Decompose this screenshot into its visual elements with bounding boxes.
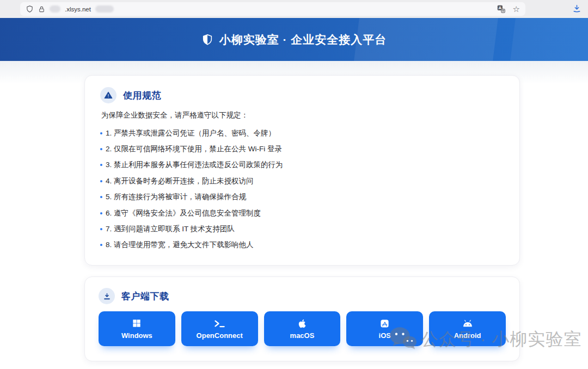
rule-item: 5. 所有连接行为将被审计，请确保操作合规 <box>100 189 504 205</box>
rule-text: 2. 仅限在可信网络环境下使用，禁止在公共 Wi-Fi 登录 <box>106 144 282 154</box>
url-text: .xlsys.net <box>65 6 91 13</box>
rule-item: 6. 遵守《网络安全法》及公司信息安全管理制度 <box>100 205 504 221</box>
android-robot-icon <box>462 318 473 329</box>
redacted-url-suffix <box>95 5 114 13</box>
warning-icon-circle <box>100 87 117 103</box>
bookmark-star-icon[interactable]: ☆ <box>513 5 520 13</box>
bullet-dot <box>100 180 102 182</box>
download-button-label: Android <box>454 331 481 340</box>
windows-logo-icon <box>132 318 141 329</box>
download-icon <box>103 292 111 300</box>
rule-text: 5. 所有连接行为将被审计，请确保操作合规 <box>106 192 246 202</box>
download-icon-circle <box>99 288 115 304</box>
rule-item: 1. 严禁共享或泄露公司凭证（用户名、密码、令牌） <box>100 125 504 141</box>
rule-item: 8. 请合理使用带宽，避免大文件下载影响他人 <box>100 237 504 253</box>
page-title: 小柳实验室 · 企业安全接入平台 <box>219 32 387 47</box>
redacted-url-prefix <box>50 5 60 13</box>
bullet-dot <box>100 196 102 198</box>
download-button-android[interactable]: Android <box>429 311 506 346</box>
urlbar-actions: A ☆ <box>497 4 520 14</box>
download-button-macos[interactable]: macOS <box>264 311 341 346</box>
usage-rules-card: 使用规范 为保障企业数据安全，请严格遵守以下规定： 1. 严禁共享或泄露公司凭证… <box>84 75 520 266</box>
rule-item: 2. 仅限在可信网络环境下使用，禁止在公共 Wi-Fi 登录 <box>100 141 504 157</box>
bullet-dot <box>100 132 102 134</box>
download-button-label: Windows <box>121 331 152 340</box>
client-downloads-card: 客户端下载 Windows <box>84 276 520 361</box>
rule-item: 3. 禁止利用本服务从事任何违法或违反公司政策的行为 <box>100 157 504 173</box>
rule-text: 6. 遵守《网络安全法》及公司信息安全管理制度 <box>106 208 261 218</box>
rule-item: 4. 离开设备时务必断开连接，防止未授权访问 <box>100 173 504 189</box>
rules-list: 1. 严禁共享或泄露公司凭证（用户名、密码、令牌） 2. 仅限在可信网络环境下使… <box>100 125 504 253</box>
download-button-label: OpenConnect <box>197 331 243 340</box>
bullet-dot <box>100 212 102 214</box>
warning-triangle-icon <box>104 91 113 100</box>
download-buttons-row: Windows OpenConnect <box>99 311 506 346</box>
rule-text: 7. 遇到问题请立即联系 IT 技术支持团队 <box>106 224 235 234</box>
rules-intro: 为保障企业数据安全，请严格遵守以下规定： <box>101 110 504 120</box>
shield-permissions-icon[interactable] <box>26 5 34 13</box>
apple-logo-icon <box>298 318 306 329</box>
download-button-ios[interactable]: iOS <box>346 311 423 346</box>
rule-item: 7. 遇到问题请立即联系 IT 技术支持团队 <box>100 221 504 237</box>
rule-text: 8. 请合理使用带宽，避免大文件下载影响他人 <box>106 240 254 250</box>
banner-stripe <box>510 18 588 61</box>
shield-logo-icon <box>201 34 213 46</box>
download-button-label: iOS <box>379 331 391 340</box>
app-header: 小柳实验室 · 企业安全接入平台 <box>0 18 588 61</box>
bullet-dot <box>100 148 102 150</box>
bullet-dot <box>100 164 102 166</box>
rule-text: 4. 离开设备时务必断开连接，防止未授权访问 <box>106 176 254 186</box>
rule-text: 1. 严禁共享或泄露公司凭证（用户名、密码、令牌） <box>106 128 275 138</box>
url-bar[interactable]: .xlsys.net A ☆ <box>20 2 525 16</box>
translate-icon[interactable]: A <box>497 4 506 14</box>
bullet-dot <box>100 244 102 246</box>
rules-card-title: 使用规范 <box>123 89 161 102</box>
lock-icon[interactable] <box>38 5 45 13</box>
rule-text: 3. 禁止利用本服务从事任何违法或违反公司政策的行为 <box>106 160 283 170</box>
terminal-icon <box>214 318 225 329</box>
bullet-dot <box>100 228 102 230</box>
download-button-label: macOS <box>290 331 315 340</box>
download-button-windows[interactable]: Windows <box>99 311 175 346</box>
browser-toolbar: .xlsys.net A ☆ <box>0 0 588 18</box>
rules-card-header: 使用规范 <box>100 87 504 103</box>
downloads-card-header: 客户端下载 <box>99 288 506 304</box>
page: .xlsys.net A ☆ <box>0 0 588 369</box>
main-content: 使用规范 为保障企业数据安全，请严格遵守以下规定： 1. 严禁共享或泄露公司凭证… <box>0 61 588 369</box>
downloads-icon[interactable] <box>572 4 581 13</box>
app-store-icon <box>380 318 389 329</box>
download-button-openconnect[interactable]: OpenConnect <box>181 311 258 346</box>
downloads-card-title: 客户端下载 <box>121 290 169 303</box>
